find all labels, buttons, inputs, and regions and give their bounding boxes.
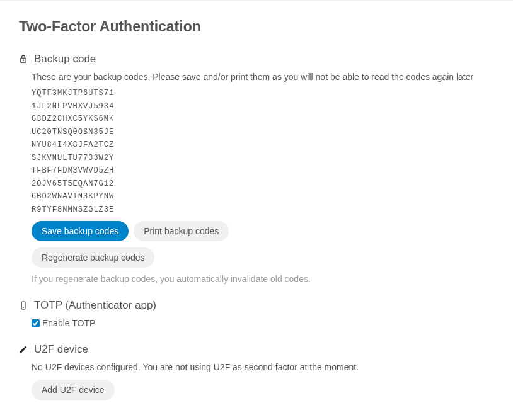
backup-code-item: R9TYF8NMNSZGLZ3E [32, 203, 494, 217]
backup-code-item: 1JF2NFPVHXVJ5934 [32, 100, 494, 113]
totp-heading: TOTP (Authenticator app) [34, 299, 156, 312]
print-backup-codes-button[interactable]: Print backup codes [134, 221, 229, 241]
enable-totp-checkbox[interactable] [32, 319, 40, 327]
page-title: Two-Factor Authentication [19, 18, 494, 35]
save-backup-codes-button[interactable]: Save backup codes [32, 221, 129, 241]
u2f-heading: U2F device [34, 343, 88, 356]
backup-code-description: These are your backup codes. Please save… [32, 72, 494, 82]
svg-rect-1 [21, 302, 25, 310]
backup-code-item: UC20TNSQ0OSN35JE [32, 126, 494, 139]
svg-point-0 [23, 60, 24, 61]
backup-code-item: NYU84I4X8JFA2TCZ [32, 139, 494, 152]
backup-code-item: YQTF3MKJTP6UTS71 [32, 87, 494, 100]
backup-code-section: Backup code These are your backup codes.… [19, 53, 494, 284]
backup-code-item: SJKVNULTU7733W2Y [32, 152, 494, 165]
pencil-icon [19, 345, 28, 354]
u2f-section: U2F device No U2F devices configured. Yo… [19, 343, 494, 400]
backup-code-item: 2OJV65T5EQAN7G12 [32, 178, 494, 191]
backup-code-heading: Backup code [34, 53, 96, 65]
regenerate-backup-codes-button[interactable]: Regenerate backup codes [32, 247, 154, 268]
backup-code-item: TFBF7FDN3VWVD5ZH [32, 164, 494, 178]
backup-code-item: 6BO2WNAVIN3KPYNW [32, 190, 494, 203]
u2f-none-text: No U2F devices configured. You are not u… [32, 362, 494, 372]
enable-totp-label[interactable]: Enable TOTP [32, 318, 494, 328]
backup-code-item: G3DZ28HXC5YKS6MK [32, 113, 494, 126]
enable-totp-text: Enable TOTP [42, 318, 95, 328]
regenerate-hint: If you regenerate backup codes, you auto… [32, 274, 494, 284]
add-u2f-device-button[interactable]: Add U2F device [32, 380, 115, 400]
lock-icon [19, 55, 28, 64]
totp-section: TOTP (Authenticator app) Enable TOTP [19, 299, 494, 328]
backup-codes-list: YQTF3MKJTP6UTS71 1JF2NFPVHXVJ5934 G3DZ28… [32, 87, 494, 216]
phone-icon [19, 301, 28, 310]
